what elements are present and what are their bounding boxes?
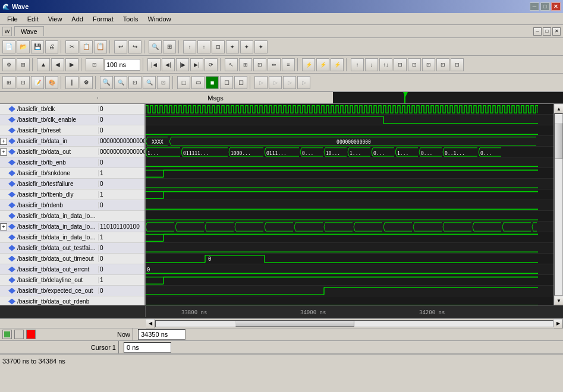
tb-wave2[interactable]: ▭ (191, 76, 205, 89)
tb-nav3[interactable]: |▶ (176, 58, 189, 71)
tb-group4[interactable]: 🎨 (45, 76, 58, 89)
tb-zoombox[interactable]: ⊡ (86, 58, 103, 71)
tb-export6[interactable]: ✦ (254, 40, 268, 53)
tb-signal-sel[interactable]: ≡ (282, 58, 295, 71)
hscroll-right-arrow[interactable]: ▶ (553, 319, 563, 328)
tb-sim1[interactable]: | (65, 76, 78, 89)
tb-extra7[interactable]: ⊡ (436, 58, 449, 71)
tb-clock1[interactable]: ⚡ (302, 58, 315, 71)
vscroll-track[interactable] (554, 113, 563, 296)
vscroll-up[interactable]: ▲ (554, 104, 563, 113)
tb-zoom-in[interactable]: 🔍 (100, 76, 113, 89)
signal-row[interactable]: /basicfir_tb/tbenb_dly1 (0, 189, 144, 200)
menu-add[interactable]: Add (67, 14, 88, 24)
tb-export2[interactable]: ↑ (197, 40, 210, 53)
vscroll-thumb[interactable] (555, 123, 562, 159)
inner-close[interactable]: ✕ (552, 27, 561, 36)
menu-file[interactable]: File (2, 14, 23, 24)
minimize-button[interactable]: ─ (530, 2, 539, 11)
tb-cut[interactable]: ✂ (65, 40, 78, 53)
signal-row[interactable]: +/basicfir_tb/data_out0000000000000000 (0, 147, 144, 157)
tb-export5[interactable]: ✦ (240, 40, 253, 53)
tb-print[interactable]: 🖨 (45, 40, 58, 53)
tb-right[interactable]: ▶ (65, 58, 78, 71)
tb-extra2[interactable]: ↓ (365, 58, 378, 71)
menu-view[interactable]: View (43, 14, 67, 24)
tb-zoom-5[interactable]: ⊡ (157, 76, 170, 89)
signal-row[interactable]: /basicfir_tb/snkdone1 (0, 168, 144, 179)
tb-export3[interactable]: ⊡ (212, 40, 225, 53)
tb-wave3[interactable]: ■ (206, 76, 219, 89)
vscroll-down[interactable]: ▼ (554, 296, 563, 305)
tb-undo[interactable]: ↩ (114, 40, 127, 53)
tb-measure[interactable]: ⇔ (268, 58, 281, 71)
tb-zoom-out[interactable]: 🔍 (114, 76, 127, 89)
tb-redo[interactable]: ↪ (128, 40, 141, 53)
tb-export1[interactable]: ↑ (183, 40, 196, 53)
tb-group2[interactable]: ⊡ (17, 76, 30, 89)
hscroll-track[interactable] (155, 320, 553, 327)
tb-clock2[interactable]: ⚡ (316, 58, 329, 71)
tb-clock3[interactable]: ⚡ (331, 58, 344, 71)
tb-group3[interactable]: 📝 (31, 76, 44, 89)
signal-row[interactable]: /basicfir_tb/data_out_errcnt0 (0, 264, 144, 275)
signal-expand-btn[interactable]: + (0, 223, 7, 230)
signal-expand-btn[interactable]: + (0, 138, 7, 145)
tb-cursor-select[interactable]: ↖ (225, 58, 238, 71)
tb-play1[interactable]: ▷ (254, 76, 268, 89)
menu-edit[interactable]: Edit (23, 14, 43, 24)
tb-export4[interactable]: ✦ (226, 40, 239, 53)
inner-minimize[interactable]: ─ (533, 27, 542, 36)
signal-row[interactable]: /basicfir_tb/data_out_testfailure0 (0, 243, 144, 254)
tb-new[interactable]: 📄 (2, 40, 15, 53)
tb-zoom-sel[interactable]: ⊞ (239, 58, 252, 71)
inner-maximize[interactable]: □ (543, 27, 551, 36)
tb-find[interactable]: 🔍 (149, 40, 162, 53)
signal-row[interactable]: /basicfir_tb/tb_enb0 (0, 157, 144, 168)
tb-play4[interactable]: ▷ (297, 76, 310, 89)
close-button[interactable]: ✕ (551, 2, 561, 11)
tb-open[interactable]: 📂 (17, 40, 30, 53)
tb-zoom-4[interactable]: 🔍 (143, 76, 156, 89)
tb-play3[interactable]: ▷ (283, 76, 296, 89)
menu-tools[interactable]: Tools (118, 14, 143, 24)
signal-row[interactable]: /basicfir_tb/data_out_timeout0 (0, 254, 144, 264)
signal-row[interactable]: /basicfir_tb/delayline_out1 (0, 275, 144, 286)
tb-up[interactable]: ▲ (37, 58, 50, 71)
tb-extra6[interactable]: ⊡ (422, 58, 435, 71)
hscroll-thumb[interactable] (235, 321, 354, 327)
signal-expand-btn[interactable]: + (0, 148, 7, 156)
signal-row[interactable]: /basicfir_tb/rdenb0 (0, 200, 144, 211)
maximize-button[interactable]: □ (540, 2, 550, 11)
tb-copy[interactable]: 📋 (80, 40, 93, 53)
tb-save[interactable]: 💾 (31, 40, 44, 53)
hscroll-left-arrow[interactable]: ◀ (146, 319, 155, 328)
tb-snap[interactable]: ⚙ (2, 58, 15, 71)
tb-props[interactable]: ⊞ (17, 58, 30, 71)
tb-extra3[interactable]: ↑↓ (379, 58, 392, 71)
tb-play2[interactable]: ▷ (269, 76, 282, 89)
signal-row[interactable]: /basicfir_tb/data_out_rdenb (0, 296, 144, 305)
tb-sim2[interactable]: ⚙ (80, 76, 93, 89)
tb-paste[interactable]: 📋 (94, 40, 107, 53)
tb-nav4[interactable]: ▶| (190, 58, 203, 71)
signal-row[interactable]: +/basicfir_tb/data_in0000000000000000 (0, 136, 144, 147)
tb-restart[interactable]: ⟳ (205, 58, 218, 71)
tb-wave5[interactable]: ◻ (234, 76, 247, 89)
tb-zoom-input[interactable] (105, 59, 140, 71)
tb-nav1[interactable]: |◀ (147, 58, 161, 71)
tb-extra8[interactable]: ⊡ (451, 58, 464, 71)
signal-row[interactable]: /basicfir_tb/clk_enable0 (0, 115, 144, 125)
tb-extra5[interactable]: ⊡ (408, 58, 421, 71)
tb-wave4[interactable]: ◻ (220, 76, 233, 89)
tb-left[interactable]: ◀ (51, 58, 64, 71)
signal-row[interactable]: +/basicfir_tb/data_in_data_log_addr11010… (0, 222, 144, 232)
tb-extra4[interactable]: ⊡ (394, 58, 407, 71)
signal-row[interactable]: /basicfir_tb/data_in_data_log_done1 (0, 232, 144, 243)
signal-row[interactable]: /basicfir_tb/testfailure0 (0, 179, 144, 189)
menu-format[interactable]: Format (88, 14, 118, 24)
tb-extra1[interactable]: ↑ (351, 58, 364, 71)
tb-nav2[interactable]: ◀| (162, 58, 175, 71)
tb-grid[interactable]: ⊞ (163, 40, 176, 53)
signal-row[interactable]: /basicfir_tb/clk0 (0, 104, 144, 115)
